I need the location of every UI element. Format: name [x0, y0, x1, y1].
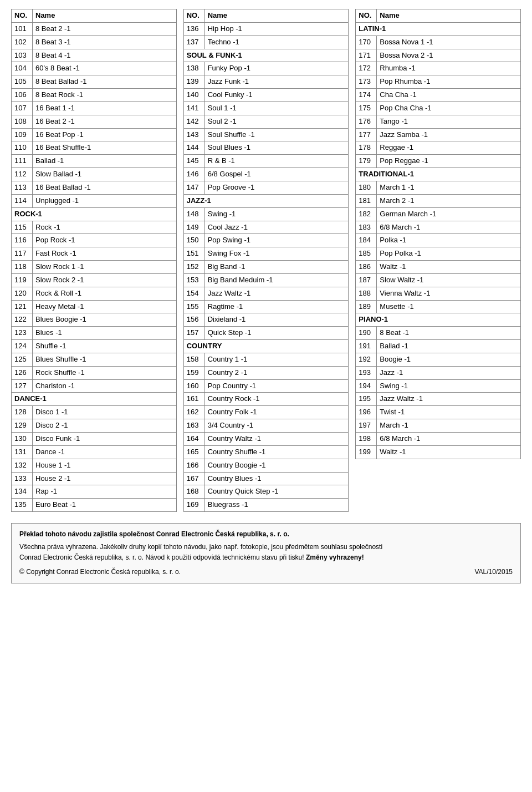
- row-no: 116: [12, 234, 33, 247]
- row-no: 176: [356, 115, 377, 128]
- table-row: 130Disco Funk -1: [12, 433, 177, 446]
- table-row: 116Pop Rock -1: [12, 234, 177, 247]
- row-name: Bluegrass -1: [204, 499, 349, 512]
- table-row: 189Musette -1: [356, 300, 521, 313]
- table-row: 185Pop Polka -1: [356, 247, 521, 261]
- table-row: 1836/8 March -1: [356, 221, 521, 234]
- row-no: 109: [12, 128, 33, 141]
- row-no: 120: [12, 287, 33, 300]
- table-row: 156Dixieland -1: [183, 313, 349, 327]
- row-name: Jazz Funk -1: [204, 75, 349, 89]
- table-row: 169Bluegrass -1: [183, 499, 349, 512]
- row-no: 112: [12, 168, 33, 181]
- table-row: 150Pop Swing -1: [183, 234, 349, 247]
- column-3: NO. Name LATIN-1170Bossa Nova 1 -1171Bos…: [355, 9, 521, 459]
- row-no: 155: [183, 300, 204, 313]
- row-no: 194: [356, 379, 377, 393]
- row-name: 8 Beat Rock -1: [33, 89, 177, 102]
- table-row: 11316 Beat Ballad -1: [12, 181, 177, 194]
- row-no: 138: [183, 62, 204, 75]
- row-no: 192: [356, 353, 377, 366]
- col3-header-no: NO.: [356, 9, 377, 23]
- row-no: 178: [356, 141, 377, 155]
- table-row: 161Country Rock -1: [183, 393, 349, 406]
- row-name: Vienna Waltz -1: [377, 287, 521, 300]
- row-no: 167: [183, 472, 204, 485]
- table-row: 118Slow Rock 1 -1: [12, 261, 177, 274]
- row-name: 8 Beat 2 -1: [33, 22, 177, 35]
- row-no: 158: [183, 353, 204, 366]
- row-name: Unplugged -1: [33, 194, 177, 207]
- row-name: Jazz Waltz -1: [377, 393, 521, 406]
- row-name: Pop Rock -1: [33, 234, 177, 247]
- row-no: 139: [183, 75, 204, 89]
- table-row: 182German March -1: [356, 207, 521, 221]
- table-row: 1633/4 Country -1: [183, 419, 349, 433]
- col1-header-name: Name: [33, 9, 177, 23]
- row-name: Disco Funk -1: [33, 433, 177, 446]
- table-row: 120Rock & Roll -1: [12, 287, 177, 300]
- row-name: 16 Beat 1 -1: [33, 101, 177, 115]
- row-name: Ballad -1: [33, 155, 177, 168]
- table-row: 188Vienna Waltz -1: [356, 287, 521, 300]
- footer-copyright: © Copyright Conrad Electronic Česká repu…: [19, 567, 181, 577]
- row-no: 118: [12, 261, 33, 274]
- table-row: 197March -1: [356, 419, 521, 433]
- row-name: Rhumba -1: [377, 62, 521, 75]
- row-name: Musette -1: [377, 300, 521, 313]
- table-row: 119Slow Rock 2 -1: [12, 273, 177, 287]
- row-no: 107: [12, 101, 33, 115]
- row-no: 102: [12, 35, 33, 49]
- row-no: 147: [183, 181, 204, 194]
- table-row: 141Soul 1 -1: [183, 101, 349, 115]
- row-name: Country Folk -1: [204, 406, 349, 419]
- row-name: Quick Step -1: [204, 327, 349, 340]
- row-name: March -1: [377, 419, 521, 433]
- row-name: Polka -1: [377, 234, 521, 247]
- row-name: Country Boogie -1: [204, 459, 349, 472]
- row-no: 106: [12, 89, 33, 102]
- row-no: 154: [183, 287, 204, 300]
- row-no: 170: [356, 35, 377, 49]
- table-row: 187Slow Waltz -1: [356, 273, 521, 287]
- row-no: 126: [12, 366, 33, 379]
- column-1: NO. Name 1018 Beat 2 -11028 Beat 3 -1103…: [11, 9, 177, 512]
- row-no: 104: [12, 62, 33, 75]
- row-name: 8 Beat Ballad -1: [33, 75, 177, 89]
- row-name: Funky Pop -1: [204, 62, 349, 75]
- table-row: 1908 Beat -1: [356, 327, 521, 340]
- table-row: 125Blues Shuffle -1: [12, 353, 177, 366]
- row-no: 140: [183, 89, 204, 102]
- row-no: 127: [12, 379, 33, 393]
- table-col3: NO. Name LATIN-1170Bossa Nova 1 -1171Bos…: [355, 9, 521, 459]
- table-row: 151Swing Fox -1: [183, 247, 349, 261]
- table-row: 123Blues -1: [12, 327, 177, 340]
- table-row: 121Heavy Metal -1: [12, 300, 177, 313]
- table-row: 1068 Beat Rock -1: [12, 89, 177, 102]
- table-row: 144Soul Blues -1: [183, 141, 349, 155]
- row-no: 135: [12, 499, 33, 512]
- row-name: Pop Country -1: [204, 379, 349, 393]
- row-no: 189: [356, 300, 377, 313]
- row-name: Pop Polka -1: [377, 247, 521, 261]
- table-row: 149Cool Jazz -1: [183, 221, 349, 234]
- row-no: 169: [183, 499, 204, 512]
- row-no: 183: [356, 221, 377, 234]
- row-no: 160: [183, 379, 204, 393]
- row-name: March 1 -1: [377, 181, 521, 194]
- row-name: 6/8 March -1: [377, 221, 521, 234]
- table-row: 136Hip Hop -1: [183, 22, 349, 35]
- section-header-cell: SOUL & FUNK-1: [183, 49, 349, 62]
- row-name: 16 Beat 2 -1: [33, 115, 177, 128]
- row-no: 177: [356, 128, 377, 141]
- row-name: Dance -1: [33, 445, 177, 459]
- row-no: 117: [12, 247, 33, 261]
- page-wrapper: NO. Name 1018 Beat 2 -11028 Beat 3 -1103…: [11, 9, 521, 583]
- table-row: 166Country Boogie -1: [183, 459, 349, 472]
- row-name: Fast Rock -1: [33, 247, 177, 261]
- table-row: 138Funky Pop -1: [183, 62, 349, 75]
- row-no: 184: [356, 234, 377, 247]
- row-name: Ragtime -1: [204, 300, 349, 313]
- table-row: 180March 1 -1: [356, 181, 521, 194]
- row-name: Pop Swing -1: [204, 234, 349, 247]
